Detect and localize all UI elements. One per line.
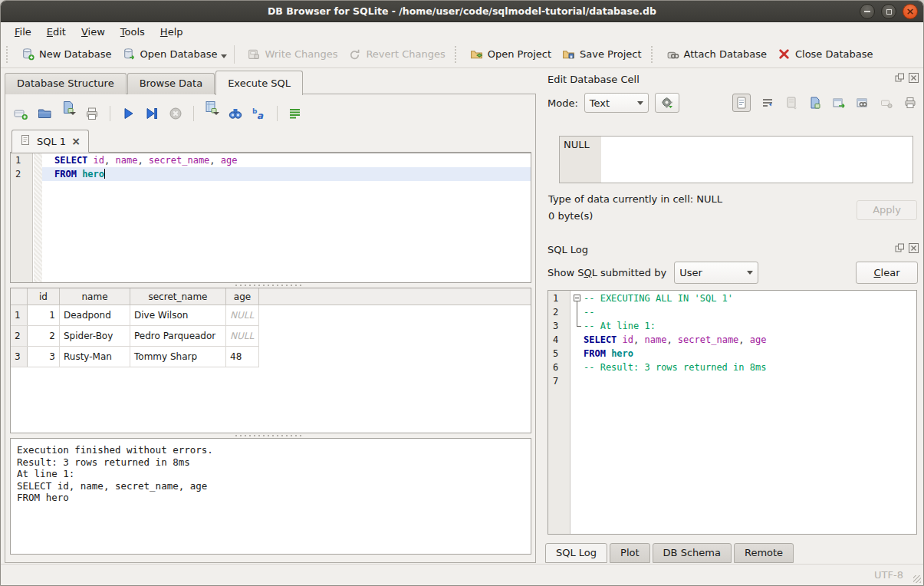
titlebar[interactable]: DB Browser for SQLite - /home/user/code/… xyxy=(1,1,923,22)
tab-sql-log[interactable]: SQL Log xyxy=(545,543,607,563)
encoding-indicator[interactable]: UTF-8 xyxy=(874,569,903,581)
cell-age[interactable]: 48 xyxy=(226,347,259,367)
menu-file[interactable]: File xyxy=(7,25,39,39)
export-results-icon[interactable] xyxy=(204,100,219,127)
attach-database-button[interactable]: Attach Database xyxy=(661,44,772,64)
sql-tab-close-icon[interactable]: × xyxy=(71,135,81,147)
editor-line-1[interactable]: SELECT id, name, secret_name, age xyxy=(42,153,531,167)
row-header[interactable]: 1 xyxy=(11,305,28,325)
toolbar-drag-handle[interactable] xyxy=(6,46,11,63)
copy-link-icon[interactable] xyxy=(856,96,870,110)
sql-log-view[interactable]: 1 2 3 4 5 6 7 -- EXECUTING ALL IN 'SQL 1… xyxy=(547,290,917,535)
sql-tab-label: SQL 1 xyxy=(37,136,66,147)
close-database-button[interactable]: Close Database xyxy=(772,44,879,64)
dock-float-icon[interactable] xyxy=(895,243,905,255)
editor-results-splitter[interactable] xyxy=(235,284,304,287)
revert-changes-button[interactable]: Revert Changes xyxy=(343,44,450,64)
open-sql-tab-icon[interactable] xyxy=(13,106,28,121)
print-sql-icon[interactable] xyxy=(84,106,100,121)
find-icon[interactable] xyxy=(228,106,243,121)
open-project-button[interactable]: Open Project xyxy=(465,44,557,64)
tab-execute-sql[interactable]: Execute SQL xyxy=(215,71,303,95)
dock-float-icon[interactable] xyxy=(895,73,905,85)
menu-edit[interactable]: Edit xyxy=(39,25,74,39)
results-header-name[interactable]: name xyxy=(60,288,130,305)
sql-editor[interactable]: 1 2 SELECT id, name, secret_name, age FR… xyxy=(10,153,531,283)
results-header-id[interactable]: id xyxy=(28,288,60,305)
row-header[interactable]: 2 xyxy=(11,326,28,346)
cell-name[interactable]: Rusty-Man xyxy=(60,347,130,367)
cell-id[interactable]: 1 xyxy=(28,305,60,325)
cell-name[interactable]: Deadpond xyxy=(60,305,130,325)
apply-button[interactable]: Apply xyxy=(857,200,917,220)
cell-id[interactable]: 2 xyxy=(28,326,60,346)
mode-select[interactable]: Text xyxy=(584,93,649,113)
editor-line-2[interactable]: FROM hero xyxy=(42,167,531,181)
execute-current-line-icon[interactable] xyxy=(144,106,159,121)
open-external-icon[interactable] xyxy=(832,96,846,110)
tab-plot[interactable]: Plot xyxy=(610,543,650,563)
attach-database-label: Attach Database xyxy=(684,48,767,60)
dock-close-icon[interactable] xyxy=(909,73,919,85)
results-header-secret-name[interactable]: secret_name xyxy=(130,288,226,305)
tab-remote[interactable]: Remote xyxy=(734,543,794,563)
save-project-button[interactable]: Save Project xyxy=(557,44,647,64)
results-header-age[interactable]: age xyxy=(226,288,259,305)
apply-settings-button[interactable] xyxy=(655,93,679,113)
clear-log-button[interactable]: Clear xyxy=(856,262,918,284)
table-row[interactable]: 3 3 Rusty-Man Tommy Sharp 48 xyxy=(11,347,259,367)
menu-help[interactable]: Help xyxy=(153,25,191,39)
table-row[interactable]: 2 2 Spider-Boy Pedro Parqueador NULL xyxy=(11,326,259,347)
tab-db-schema[interactable]: DB Schema xyxy=(653,543,732,563)
set-null-icon[interactable] xyxy=(880,96,893,110)
minimize-button[interactable] xyxy=(860,4,875,19)
results-corner-cell[interactable] xyxy=(11,288,28,305)
cell-id[interactable]: 3 xyxy=(28,347,60,367)
open-sql-file-icon[interactable] xyxy=(37,106,52,121)
cell-value-editor[interactable]: NULL xyxy=(559,136,913,183)
cell-secret-name[interactable]: Dive Wilson xyxy=(130,305,226,325)
new-database-button[interactable]: New Database xyxy=(16,44,117,64)
stop-icon[interactable] xyxy=(168,106,183,121)
format-sql-icon[interactable]: ba xyxy=(252,106,267,121)
resize-grip[interactable] xyxy=(913,575,921,583)
execution-status-box[interactable]: Execution finished without errors. Resul… xyxy=(10,438,531,555)
export-data-icon[interactable] xyxy=(808,96,822,110)
word-wrap-cell-icon[interactable] xyxy=(761,96,774,110)
tab-database-structure[interactable]: Database Structure xyxy=(5,73,127,94)
close-button[interactable]: × xyxy=(903,4,918,19)
execute-sql-icon[interactable] xyxy=(120,106,136,121)
submitted-by-select[interactable]: User xyxy=(674,262,758,284)
fold-collapse-icon[interactable] xyxy=(571,291,584,305)
line-number: 2 xyxy=(11,167,32,181)
sql-identifier: secret_name xyxy=(672,333,739,347)
text-mode-icon[interactable] xyxy=(732,94,751,112)
save-sql-file-icon[interactable] xyxy=(61,100,76,127)
menu-view[interactable]: View xyxy=(74,25,113,39)
write-changes-label: Write Changes xyxy=(265,48,337,60)
toolbar-drag-handle[interactable] xyxy=(455,46,459,63)
cell-age[interactable]: NULL xyxy=(226,305,259,325)
cell-age[interactable]: NULL xyxy=(226,326,259,346)
cell-secret-name[interactable]: Pedro Parqueador xyxy=(130,326,226,346)
import-data-icon[interactable] xyxy=(784,96,798,110)
sql-identifier: id xyxy=(87,155,104,166)
toolbar-drag-handle[interactable] xyxy=(651,46,656,63)
maximize-button[interactable] xyxy=(881,4,896,19)
tab-browse-data[interactable]: Browse Data xyxy=(127,73,215,94)
table-row[interactable]: 1 1 Deadpond Dive Wilson NULL xyxy=(11,305,259,326)
write-changes-button[interactable]: Write Changes xyxy=(242,44,343,64)
cell-name[interactable]: Spider-Boy xyxy=(60,326,130,346)
open-database-dropdown-icon[interactable] xyxy=(221,54,227,61)
word-wrap-icon[interactable] xyxy=(288,106,303,121)
row-header[interactable]: 3 xyxy=(11,347,28,367)
results-status-splitter[interactable] xyxy=(235,434,304,437)
menu-tools[interactable]: Tools xyxy=(113,25,153,39)
sql-tab[interactable]: SQL 1 × xyxy=(12,130,89,153)
results-grid[interactable]: id name secret_name age 1 1 Deadpond Div… xyxy=(10,288,531,433)
cell-secret-name[interactable]: Tommy Sharp xyxy=(130,347,226,367)
print-cell-icon[interactable] xyxy=(903,96,917,110)
dock-close-icon[interactable] xyxy=(909,243,919,255)
sql-identifier: age xyxy=(215,155,238,166)
open-database-button[interactable]: Open Database xyxy=(117,44,223,64)
